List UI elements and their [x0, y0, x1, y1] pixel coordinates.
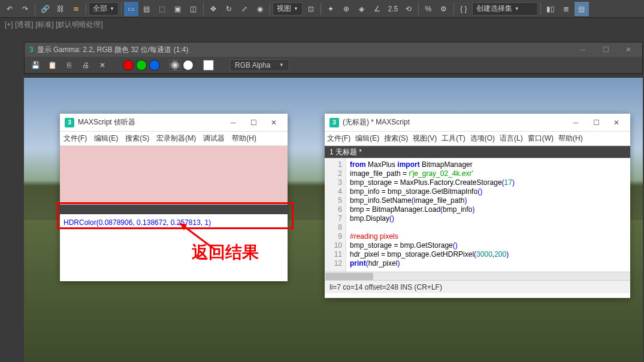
manipulate-icon[interactable]: ✦ [323, 2, 338, 16]
redo-icon[interactable]: ↷ [18, 2, 32, 16]
select-icon[interactable]: ▭ [124, 2, 138, 16]
clear-icon[interactable]: ✕ [95, 58, 110, 72]
code-line[interactable]: image_file_path = r'je_gray_02_4k.exr' [350, 169, 627, 178]
code-lines[interactable]: from MaxPlus import BitmapManagerimage_f… [346, 158, 630, 272]
editor-titlebar[interactable]: 3 (无标题) * MAXScript ─ ☐ ✕ [325, 114, 630, 132]
menu-item[interactable]: 编辑(E) [355, 133, 379, 144]
save-icon[interactable]: 💾 [28, 58, 43, 72]
menu-item[interactable]: 搜索(S) [125, 133, 149, 144]
channel-dropdown[interactable]: RGB Alpha▼ [229, 59, 289, 71]
menu-item[interactable]: 文件(F) [327, 133, 350, 144]
align-icon[interactable]: ≣ [559, 2, 573, 16]
snap-icon[interactable]: ⊕ [339, 2, 353, 16]
close-icon[interactable]: ✕ [607, 117, 625, 129]
code-editor[interactable]: 123456789101112 from MaxPlus import Bitm… [325, 158, 630, 272]
snap-value: 2.5 [388, 5, 398, 13]
angle-snap-icon[interactable]: ∠ [370, 2, 385, 16]
code-line[interactable]: bmp.Display() [350, 214, 627, 223]
output-text: HDRColor(0.0878906, 0.138672, 0.257813, … [64, 218, 211, 227]
viewport-label: [+] [透视] [标准] [默认明暗处理] [0, 18, 644, 31]
menu-item[interactable]: 语言(L) [500, 133, 523, 144]
menu-item[interactable]: 帮助(H) [558, 133, 583, 144]
color-swatch[interactable] [203, 60, 214, 71]
close-icon[interactable]: ✕ [619, 45, 637, 54]
undo-icon[interactable]: ↶ [2, 2, 17, 16]
print-icon[interactable]: 🖨 [78, 58, 93, 72]
app-icon: 3 [65, 118, 74, 127]
code-line[interactable]: print(hdr_pixel) [350, 259, 627, 268]
code-line[interactable]: #reading pixels [350, 232, 627, 241]
bracket-icon[interactable]: { } [456, 2, 471, 16]
maximize-icon[interactable]: ☐ [587, 117, 605, 129]
listener-titlebar[interactable]: 3 MAXScript 侦听器 ─ ☐ ✕ [60, 114, 288, 132]
code-line[interactable]: from MaxPlus import BitmapManager [350, 160, 627, 169]
scrollbar-thumb[interactable] [325, 273, 373, 280]
menu-item[interactable]: 帮助(H) [232, 133, 256, 144]
editor-title: (无标题) * MAXScript [343, 117, 410, 127]
maxscript-editor-window: 3 (无标题) * MAXScript ─ ☐ ✕ 文件(F)编辑(E)搜索(S… [325, 114, 630, 298]
mirror-icon[interactable]: ▮▯ [543, 2, 558, 16]
unlink-icon[interactable]: ⛓ [53, 2, 68, 16]
edit-named-icon[interactable]: % [421, 2, 436, 16]
green-channel-icon[interactable] [136, 60, 147, 71]
maximize-icon[interactable]: ☐ [244, 117, 262, 129]
menu-item[interactable]: 编辑(E) [94, 133, 118, 144]
menu-item[interactable]: 搜索(S) [384, 133, 408, 144]
filter-dropdown[interactable]: 全部▼ [89, 2, 119, 16]
close-icon[interactable]: ✕ [265, 117, 283, 129]
bind-icon[interactable]: ≋ [69, 2, 83, 16]
editor-tab[interactable]: 1 无标题 * [325, 146, 630, 158]
copy-icon[interactable]: 📋 [45, 58, 59, 72]
place-icon[interactable]: ◉ [253, 2, 267, 16]
snap-toggle-icon[interactable]: ◈ [355, 2, 369, 16]
select-paint-icon[interactable]: ◫ [186, 2, 201, 16]
code-line[interactable]: hdr_pixel = bmp_storage.GetHDRPixel(3000… [350, 250, 627, 259]
percent-snap-icon[interactable]: 2.5 [386, 2, 400, 16]
listener-output[interactable]: HDRColor(0.0878906, 0.138672, 0.257813, … [60, 214, 288, 274]
menu-item[interactable]: 视图(V) [413, 133, 437, 144]
spinner-snap-icon[interactable]: ⟲ [401, 2, 416, 16]
red-channel-icon[interactable] [123, 60, 134, 71]
listener-divider[interactable] [60, 205, 288, 214]
rotate-icon[interactable]: ↻ [222, 2, 236, 16]
blue-channel-icon[interactable] [149, 60, 160, 71]
listener-title: MAXScript 侦听器 [78, 117, 135, 127]
macro-recorder-area[interactable] [60, 146, 288, 205]
menu-item[interactable]: 选项(O) [470, 133, 495, 144]
code-line[interactable]: bmp_info.SetName(image_file_path) [350, 196, 627, 205]
code-line[interactable]: bmp_info = bmp_storage.GetBitmapInfo() [350, 187, 627, 196]
minimize-icon[interactable]: ─ [574, 45, 592, 54]
minimize-icon[interactable]: ─ [224, 117, 242, 129]
code-line[interactable]: bmp_storage = bmp.GetStorage() [350, 241, 627, 250]
horizontal-scrollbar[interactable] [325, 272, 630, 280]
menu-item[interactable]: 调试器 [203, 133, 225, 144]
layer-icon[interactable]: ▤ [575, 2, 589, 16]
alpha-channel-icon[interactable] [170, 60, 180, 71]
clone-icon[interactable]: ⎘ [62, 58, 76, 72]
link-icon[interactable]: 🔗 [38, 2, 52, 16]
line-gutter: 123456789101112 [325, 158, 346, 272]
selection-set-dropdown[interactable]: 创建选择集▼ [472, 2, 538, 16]
code-line[interactable]: bmp_storage = MaxPlus.Factory.CreateStor… [350, 178, 627, 187]
editor-menubar: 文件(F)编辑(E)搜索(S)视图(V)工具(T)选项(O)语言(L)窗口(W)… [325, 132, 630, 146]
menu-item[interactable]: 文件(F) [64, 133, 87, 144]
maximize-icon[interactable]: ☐ [597, 45, 615, 54]
menu-item[interactable]: 宏录制器(M) [156, 133, 196, 144]
select-window-icon[interactable]: ▣ [171, 2, 185, 16]
scale-icon[interactable]: ⤢ [237, 2, 252, 16]
coord-dropdown[interactable]: 视图▼ [273, 2, 303, 16]
annotation-text: 返回结果 [192, 241, 259, 264]
code-line[interactable] [350, 223, 627, 232]
move-icon[interactable]: ✥ [206, 2, 220, 16]
pivot-icon[interactable]: ⊡ [304, 2, 318, 16]
menu-item[interactable]: 窗口(W) [528, 133, 554, 144]
select-name-icon[interactable]: ▤ [140, 2, 154, 16]
minimize-icon[interactable]: ─ [567, 117, 585, 129]
mono-channel-icon[interactable] [183, 60, 193, 71]
named-set-icon[interactable]: ⚙ [437, 2, 451, 16]
framebuffer-titlebar[interactable]: 3 显示 Gamma: 2.2, RGB 颜色 32 位/每通道 (1:4) ─… [25, 42, 642, 57]
main-toolbar: ↶ ↷ 🔗 ⛓ ≋ 全部▼ ▭ ▤ ⬚ ▣ ◫ ✥ ↻ ⤢ ◉ 视图▼ ⊡ ✦ … [0, 0, 644, 18]
menu-item[interactable]: 工具(T) [442, 133, 465, 144]
select-rect-icon[interactable]: ⬚ [155, 2, 170, 16]
code-line[interactable]: bmp = BitmapManager.Load(bmp_info) [350, 205, 627, 214]
